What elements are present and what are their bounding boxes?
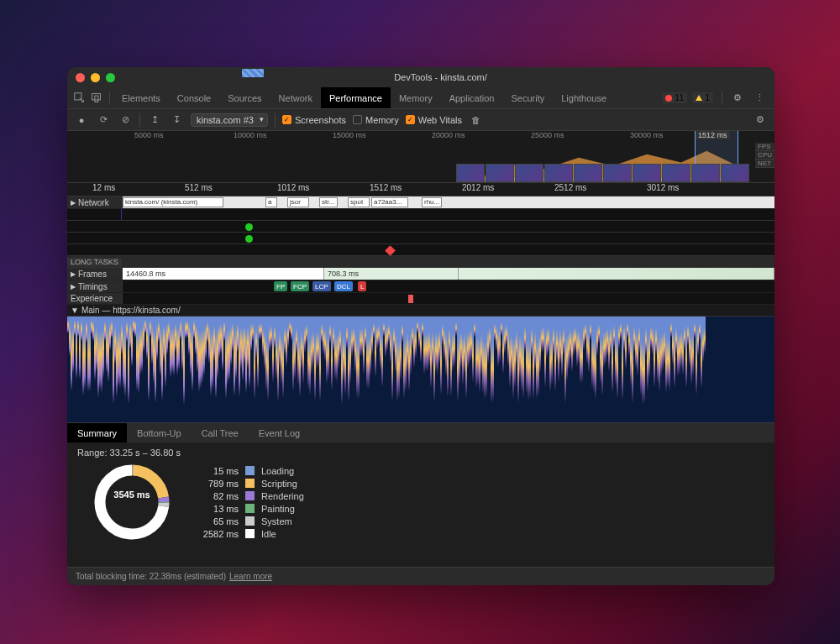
- inspect-element-icon[interactable]: [72, 92, 86, 105]
- network-request[interactable]: a72aa3...: [371, 197, 408, 207]
- overview-timeline[interactable]: 5000 ms10000 ms15000 ms20000 ms25000 ms3…: [67, 131, 774, 183]
- svg-rect-1: [92, 94, 100, 100]
- perf-toolbar: ● ⟳ ⊘ ↥ ↧ kinsta.com #3 ✓Screenshots Mem…: [67, 109, 774, 131]
- screenshot-thumbnail[interactable]: [603, 164, 632, 182]
- learn-more-link[interactable]: Learn more: [229, 572, 272, 581]
- selection-duration-label: 1512 ms: [696, 131, 730, 139]
- frames-track[interactable]: ▶Frames 14460.8 ms 708.3 ms: [67, 268, 774, 280]
- checkbox-checked-icon: ✓: [406, 115, 415, 124]
- blocking-time-label: Total blocking time: 22.38ms (estimated): [76, 572, 226, 581]
- panel-tab-lighthouse[interactable]: Lighthouse: [553, 87, 615, 108]
- screenshot-thumbnail[interactable]: [515, 164, 543, 182]
- panel-tab-network[interactable]: Network: [270, 87, 321, 108]
- profile-select[interactable]: kinsta.com #3: [191, 113, 268, 127]
- layout-shift-marker[interactable]: [408, 295, 413, 303]
- timing-badge-fp[interactable]: FP: [274, 281, 287, 291]
- panel-tab-security[interactable]: Security: [502, 87, 553, 108]
- summary-legend: 15 msLoading789 msScripting82 msRenderin…: [195, 466, 304, 539]
- time-breakdown-donut: 3545 ms: [94, 464, 170, 540]
- legend-row: 13 msPainting: [195, 504, 304, 514]
- upload-profile-button[interactable]: ↥: [147, 113, 162, 128]
- long-tasks-track[interactable]: LONG TASKS: [67, 256, 774, 268]
- screenshot-thumbnail[interactable]: [574, 164, 602, 182]
- record-button[interactable]: ●: [74, 113, 89, 128]
- flame-chart[interactable]: [67, 317, 774, 422]
- close-window-button[interactable]: [76, 73, 85, 82]
- download-profile-button[interactable]: ↧: [169, 113, 184, 128]
- web-vitals-checkbox[interactable]: ✓Web Vitals: [406, 115, 462, 125]
- disclosure-arrow-icon[interactable]: ▶: [71, 270, 76, 278]
- timeline-ruler[interactable]: 12 ms512 ms1012 ms1512 ms2012 ms2512 ms3…: [67, 183, 774, 196]
- disclosure-arrow-icon[interactable]: ▼: [71, 306, 79, 315]
- clear-button[interactable]: ⊘: [118, 113, 133, 128]
- legend-row: 65 msSystem: [195, 516, 304, 526]
- warning-icon: [696, 95, 702, 101]
- screenshot-filmstrip: [456, 164, 749, 182]
- timing-badge-dcl[interactable]: DCL: [334, 281, 353, 291]
- error-count-badge[interactable]: 11: [662, 92, 687, 103]
- details-tab-call-tree[interactable]: Call Tree: [192, 423, 249, 442]
- vitals-marker-bad: [385, 245, 396, 256]
- network-track[interactable]: ▶Network kinsta.com/ (kinsta.com)ajsorst…: [67, 196, 774, 209]
- details-tabs: SummaryBottom-UpCall TreeEvent Log: [67, 422, 774, 442]
- timing-badge-l[interactable]: L: [358, 281, 366, 291]
- more-menu-icon[interactable]: ⋮: [753, 92, 766, 105]
- details-tab-summary[interactable]: Summary: [67, 423, 127, 442]
- panel-tab-application[interactable]: Application: [441, 87, 503, 108]
- frame-segment[interactable]: 14460.8 ms: [123, 268, 324, 280]
- network-request[interactable]: kinsta.com/ (kinsta.com): [123, 197, 223, 207]
- vitals-marker: [245, 223, 253, 231]
- warning-count-badge[interactable]: 1: [692, 92, 713, 103]
- screenshot-thumbnail[interactable]: [662, 164, 690, 182]
- panel-tab-memory[interactable]: Memory: [391, 87, 441, 108]
- reload-record-button[interactable]: ⟳: [96, 113, 111, 128]
- legend-row: 789 msScripting: [195, 479, 304, 489]
- memory-checkbox[interactable]: Memory: [353, 115, 399, 125]
- experience-track[interactable]: Experience: [67, 293, 774, 305]
- screenshot-thumbnail[interactable]: [633, 164, 661, 182]
- svg-rect-2: [94, 96, 97, 102]
- window-title: DevTools - kinsta.com/: [115, 72, 766, 82]
- network-request[interactable]: a: [265, 197, 277, 207]
- legend-row: 15 msLoading: [195, 466, 304, 476]
- screenshot-thumbnail[interactable]: [486, 164, 514, 182]
- network-request[interactable]: rhu...: [422, 197, 442, 207]
- details-tab-event-log[interactable]: Event Log: [249, 423, 311, 442]
- capture-settings-gear-icon[interactable]: ⚙: [753, 113, 768, 128]
- screenshot-thumbnail[interactable]: [456, 164, 485, 182]
- panel-tab-performance[interactable]: Performance: [321, 87, 391, 108]
- network-request[interactable]: spot: [348, 197, 370, 207]
- legend-row: 82 msRendering: [195, 491, 304, 501]
- summary-pane: Range: 33.25 s – 36.80 s 3545 ms 15 msLo…: [67, 442, 774, 567]
- details-tab-bottom-up[interactable]: Bottom-Up: [127, 423, 192, 442]
- timeline-main: 12 ms512 ms1012 ms1512 ms2012 ms2512 ms3…: [67, 183, 774, 567]
- garbage-collect-button[interactable]: 🗑: [469, 113, 484, 128]
- vitals-marker: [245, 235, 253, 243]
- network-request[interactable]: str...: [319, 197, 338, 207]
- titlebar: DevTools - kinsta.com/: [67, 67, 774, 87]
- main-thread-header[interactable]: ▼Main — https://kinsta.com/: [67, 305, 774, 317]
- panel-tab-sources[interactable]: Sources: [219, 87, 270, 108]
- checkbox-unchecked-icon: [353, 115, 362, 124]
- screenshot-thumbnail[interactable]: [691, 164, 720, 182]
- timings-track[interactable]: ▶Timings FPFCPLCPDCLL: [67, 280, 774, 293]
- panel-tabs: ElementsConsoleSourcesNetworkPerformance…: [67, 87, 774, 109]
- network-request[interactable]: jsor: [287, 197, 309, 207]
- device-toggle-icon[interactable]: [89, 92, 102, 105]
- checkbox-checked-icon: ✓: [282, 115, 291, 124]
- screenshot-thumbnail[interactable]: [544, 164, 573, 182]
- disclosure-arrow-icon[interactable]: ▶: [71, 199, 76, 207]
- frame-segment[interactable]: 708.3 ms: [324, 268, 459, 280]
- overview-lane-labels: FPSCPUNET: [755, 143, 774, 168]
- timing-badge-fcp[interactable]: FCP: [291, 281, 309, 291]
- screenshots-checkbox[interactable]: ✓Screenshots: [282, 115, 346, 125]
- maximize-window-button[interactable]: [106, 73, 115, 82]
- disclosure-arrow-icon[interactable]: ▶: [71, 283, 76, 291]
- settings-gear-icon[interactable]: ⚙: [731, 92, 744, 105]
- screenshot-thumbnail[interactable]: [721, 164, 749, 182]
- minimize-window-button[interactable]: [91, 73, 100, 82]
- panel-tab-elements[interactable]: Elements: [113, 87, 169, 108]
- panel-tab-console[interactable]: Console: [169, 87, 219, 108]
- timing-badge-lcp[interactable]: LCP: [312, 281, 331, 291]
- error-icon: [665, 95, 672, 102]
